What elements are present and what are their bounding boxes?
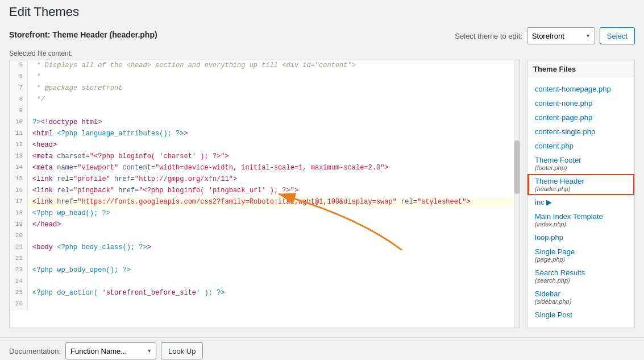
table-row: 16 <link rel="pingback" href="<?php blog… [10,185,520,197]
table-row: 25 <?php do_action( 'storefront_before_s… [10,288,520,299]
table-row: 24 [10,276,520,288]
page-wrapper: Edit Themes Storefront: Theme Header (he… [0,0,644,360]
editor-content: 5 * Displays all of the <head> section a… [10,60,520,311]
table-row: 12 <head> [10,140,520,151]
file-subname: (index.php) [535,221,629,227]
file-item-content-none[interactable]: content-none.php [527,96,634,110]
file-name: content.php [535,142,629,150]
theme-files-header: Theme Files [527,60,634,77]
table-row: 18 <?php wp_head(); ?> [10,208,520,220]
file-item-loop[interactable]: loop.php [527,230,634,245]
file-subname: (footer.php) [535,164,629,171]
file-section-name: Search Results [535,268,629,277]
file-section-name: Single Post [535,311,629,319]
theme-selector-label: Select theme to edit: [455,32,522,40]
file-name: content-single.php [535,127,629,136]
scrollbar[interactable] [514,60,520,328]
table-row: 15 <link rel="profile" href="http://gmpg… [10,174,520,185]
file-name: content-none.php [535,99,629,107]
file-subtitle: Storefront: Theme Header (header.php) [9,30,157,39]
theme-select[interactable]: Storefront [527,27,595,44]
page-title: Edit Themes [9,5,635,19]
table-row: 22 [10,254,520,265]
editor-container: 5 * Displays all of the <head> section a… [9,60,520,328]
table-row: 8 */ [10,94,520,106]
doc-label: Documentation: [9,347,61,355]
file-name: content-page.php [535,113,629,122]
file-item-content-single[interactable]: content-single.php [527,125,634,139]
file-item-single-page[interactable]: Single Page (page.php) [527,245,634,266]
file-item-content-homepage[interactable]: content-homepage.php [527,82,634,96]
theme-files-panel: Theme Files content-homepage.php content… [527,60,635,328]
theme-files-list[interactable]: content-homepage.php content-none.php co… [527,77,634,328]
file-section-name: Theme Footer [535,156,629,164]
table-row: 6 * [10,72,520,83]
file-name: inc ▶ [535,198,629,206]
file-subname: (header.php) [535,185,629,192]
selected-file-area: Selected file content: [0,49,644,60]
top-bar: Storefront: Theme Header (header.php) Se… [0,27,644,49]
file-subname: (sidebar.php) [535,298,629,305]
file-name: content-homepage.php [535,85,629,93]
table-row: 17 <link href="https://fonts.googleapis.… [10,197,520,208]
table-row: 23 <?php wp_body_open(); ?> [10,265,520,276]
table-row: 20 [10,231,520,242]
table-row: 10 ?><!doctype html> [10,117,520,129]
file-section-name: Theme Header [535,177,629,185]
editor-section: 5 * Displays all of the <head> section a… [9,60,520,328]
theme-select-wrapper: Storefront [527,27,595,44]
file-section-name: Sidebar [535,289,629,298]
documentation-row: Documentation: Function Name... Look Up [0,337,644,360]
select-button[interactable]: Select [600,27,635,44]
file-section-name: Single Page [535,247,629,256]
file-item-sidebar[interactable]: Sidebar (sidebar.php) [527,287,634,308]
file-subname: (page.php) [535,256,629,263]
table-row: 11 <html <?php language_attributes(); ?>… [10,129,520,140]
file-item-content-page[interactable]: content-page.php [527,110,634,125]
function-name-select[interactable]: Function Name... [65,342,156,359]
file-section-name: Main Index Template [535,212,629,221]
doc-select-wrapper: Function Name... [65,342,156,359]
table-row: 14 <meta name="viewport" content="width=… [10,163,520,174]
table-row: 5 * Displays all of the <head> section a… [10,60,520,72]
look-up-button[interactable]: Look Up [161,342,203,359]
file-item-main-index[interactable]: Main Index Template (index.php) [527,209,634,230]
table-row: 19 </head> [10,220,520,231]
page-header: Edit Themes [0,0,644,27]
file-subname: (search.php) [535,277,629,284]
file-item-inc[interactable]: inc ▶ [527,195,634,209]
editor-scroll[interactable]: 5 * Displays all of the <head> section a… [10,60,520,311]
table-row: 13 <meta charset="<?php bloginfo( 'chars… [10,151,520,163]
table-row: 26 [10,299,520,311]
main-content: 5 * Displays all of the <head> section a… [0,60,644,337]
selected-file-label: Selected file content: [9,49,72,59]
file-item-single-post[interactable]: Single Post [527,308,634,322]
file-item-theme-header[interactable]: Theme Header (header.php) [527,174,634,195]
file-item-theme-footer[interactable]: Theme Footer (footer.php) [527,153,634,174]
file-name: loop.php [535,233,629,242]
table-row: 7 * @package storefront [10,83,520,94]
file-item-search-results[interactable]: Search Results (search.php) [527,266,634,287]
table-row: 9 [10,106,520,117]
table-row: 21 <body <?php body_class(); ?>> [10,242,520,254]
file-item-content[interactable]: content.php [527,139,634,153]
theme-selector-area: Select theme to edit: Storefront Select [455,27,635,44]
